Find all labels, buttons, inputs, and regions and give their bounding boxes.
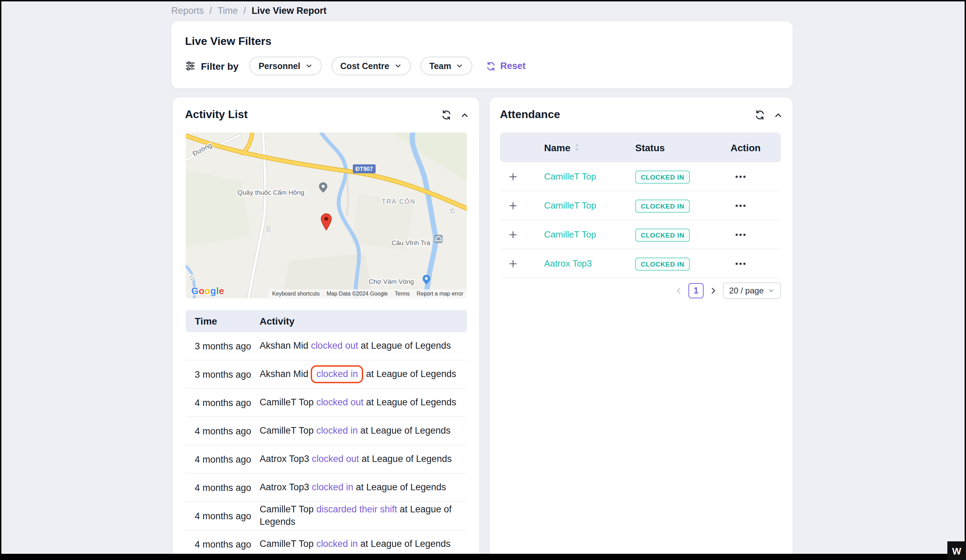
expand-row-icon[interactable] bbox=[509, 230, 517, 238]
breadcrumb-separator: / bbox=[210, 5, 212, 16]
activity-text: Akshan Mid clocked in at League of Legen… bbox=[260, 367, 467, 382]
collapse-chevron-up-icon[interactable] bbox=[460, 110, 470, 120]
map[interactable]: ĐT907 Đường Quầy thuốc Cẩm Hồng TRÀ CÔN … bbox=[186, 133, 467, 298]
attendance-card: Attendance Name bbox=[490, 97, 793, 554]
google-logo-letter: g bbox=[210, 286, 216, 296]
activity-action-link[interactable]: clocked in bbox=[316, 425, 358, 436]
expand-row-icon[interactable] bbox=[509, 172, 517, 181]
team-dropdown[interactable]: Team bbox=[421, 57, 473, 75]
reset-icon bbox=[486, 61, 496, 71]
activity-action-link[interactable]: discarded their shift bbox=[316, 504, 397, 514]
expand-row-icon[interactable] bbox=[509, 259, 517, 268]
sort-icon[interactable] bbox=[574, 143, 580, 152]
attendance-name-link[interactable]: CamilleT Top bbox=[532, 229, 635, 240]
activity-actor: CamilleT Top bbox=[260, 425, 314, 436]
activity-table-header: Time Activity bbox=[186, 310, 467, 332]
status-badge: CLOCKED IN bbox=[635, 199, 690, 212]
reset-label: Reset bbox=[500, 61, 526, 71]
keyboard-shortcuts-link[interactable]: Keyboard shortcuts bbox=[272, 291, 320, 297]
activity-row: 3 months ago Akshan Mid clocked out at L… bbox=[186, 332, 467, 360]
activity-text: CamilleT Top clocked in at League of Leg… bbox=[260, 425, 467, 437]
attendance-panel-head: Attendance bbox=[490, 97, 793, 121]
activity-time: 4 months ago bbox=[195, 539, 260, 549]
road-shield-dt907: ĐT907 bbox=[353, 164, 376, 173]
breadcrumb-current: Live View Report bbox=[252, 5, 327, 16]
attendance-name-link[interactable]: CamilleT Top bbox=[532, 200, 635, 210]
activity-time: 4 months ago bbox=[195, 511, 260, 521]
activity-actor: Akshan Mid bbox=[260, 340, 308, 351]
activity-panel-head: Activity List bbox=[172, 97, 479, 121]
activity-suffix: at League of Legends bbox=[360, 539, 450, 549]
page-size-select[interactable]: 20 / page bbox=[723, 282, 781, 299]
attendance-table-header: Name Status Action bbox=[500, 133, 781, 162]
expand-row-icon[interactable] bbox=[509, 201, 517, 210]
pagination-page-1[interactable]: 1 bbox=[688, 283, 704, 298]
activity-action-link[interactable]: clocked out bbox=[316, 397, 363, 407]
google-logo-letter: o bbox=[199, 286, 204, 296]
activity-action-link-highlighted[interactable]: clocked in bbox=[311, 365, 363, 383]
activity-suffix: at League of Legends bbox=[366, 397, 456, 407]
attendance-name-link[interactable]: Aatrox Top3 bbox=[532, 258, 635, 269]
attendance-name-link[interactable]: CamilleT Top bbox=[532, 171, 635, 182]
attendance-title: Attendance bbox=[500, 108, 560, 121]
refresh-icon[interactable] bbox=[755, 110, 765, 120]
activity-title: Activity List bbox=[185, 108, 248, 121]
row-actions-button[interactable] bbox=[734, 231, 747, 238]
row-actions-button[interactable] bbox=[734, 173, 747, 180]
activity-row: 4 months ago Aatrox Top3 clocked out at … bbox=[186, 445, 467, 474]
activity-row: 4 months ago CamilleT Top clocked in at … bbox=[186, 530, 467, 554]
activity-action-link[interactable]: clocked in bbox=[316, 539, 358, 549]
row-actions-button[interactable] bbox=[734, 260, 747, 267]
bridge-icon bbox=[434, 235, 443, 243]
header-name[interactable]: Name bbox=[532, 142, 635, 153]
activity-list-card: Activity List bbox=[172, 97, 479, 554]
reset-filters-button[interactable]: Reset bbox=[486, 61, 526, 71]
map-market-label: Chợ Vàm Vòng bbox=[369, 278, 414, 285]
pagination-next-button[interactable] bbox=[709, 287, 718, 295]
google-logo[interactable]: Google bbox=[191, 286, 224, 296]
report-map-error-link[interactable]: Report a map error bbox=[417, 291, 463, 297]
activity-action-link[interactable]: clocked out bbox=[312, 454, 359, 464]
filter-sliders-icon bbox=[185, 61, 196, 71]
activity-actor: CamilleT Top bbox=[260, 539, 314, 549]
activity-action-link[interactable]: clocked out bbox=[311, 340, 358, 351]
svg-text:ĐT907: ĐT907 bbox=[355, 166, 373, 172]
activity-text: Aatrox Top3 clocked out at League of Leg… bbox=[260, 453, 467, 465]
row-actions-button[interactable] bbox=[734, 202, 747, 209]
map-road-02-label: 02 bbox=[265, 225, 272, 233]
activity-time: 4 months ago bbox=[195, 397, 260, 408]
attendance-row: CamilleT Top CLOCKED IN bbox=[500, 162, 781, 191]
header-status: Status bbox=[635, 142, 731, 153]
cost-centre-dropdown[interactable]: Cost Centre bbox=[332, 57, 411, 75]
activity-time: 3 months ago bbox=[195, 341, 260, 351]
refresh-icon[interactable] bbox=[441, 110, 452, 120]
activity-action-link[interactable]: clocked in bbox=[312, 482, 353, 492]
chevron-down-icon bbox=[456, 62, 464, 70]
activity-time: 4 months ago bbox=[195, 482, 260, 493]
activity-suffix: at League of Legends bbox=[366, 369, 456, 379]
map-area-label: TRÀ CÔN bbox=[382, 198, 416, 205]
activity-time: 3 months ago bbox=[195, 369, 260, 379]
collapse-chevron-up-icon[interactable] bbox=[773, 110, 783, 120]
breadcrumb-time[interactable]: Time bbox=[217, 5, 238, 16]
watermark-badge: W bbox=[947, 541, 966, 560]
terms-link[interactable]: Terms bbox=[394, 291, 410, 297]
activity-row: 4 months ago CamilleT Top clocked in at … bbox=[186, 417, 467, 445]
activity-actor: Akshan Mid bbox=[260, 369, 308, 379]
google-logo-letter: l bbox=[216, 286, 219, 296]
pagination-prev-button[interactable] bbox=[675, 287, 683, 295]
breadcrumb-reports[interactable]: Reports bbox=[171, 5, 204, 16]
activity-table: Time Activity 3 months ago Akshan Mid cl… bbox=[186, 310, 467, 554]
map-data-label: Map Data ©2024 Google bbox=[327, 291, 388, 297]
filter-by-label-group: Filter by bbox=[185, 61, 238, 71]
cost-centre-dropdown-label: Cost Centre bbox=[340, 61, 389, 71]
page-size-value: 20 / page bbox=[729, 286, 764, 296]
activity-text: Akshan Mid clocked out at League of Lege… bbox=[260, 340, 467, 352]
personnel-dropdown[interactable]: Personnel bbox=[250, 57, 322, 75]
attendance-row: Aatrox Top3 CLOCKED IN bbox=[500, 249, 781, 278]
team-dropdown-label: Team bbox=[429, 61, 451, 71]
activity-row: 4 months ago CamilleT Top clocked out at… bbox=[186, 389, 467, 417]
map-marker-icon[interactable] bbox=[320, 213, 332, 234]
header-action: Action bbox=[731, 142, 781, 153]
activity-actor: Aatrox Top3 bbox=[260, 482, 309, 492]
